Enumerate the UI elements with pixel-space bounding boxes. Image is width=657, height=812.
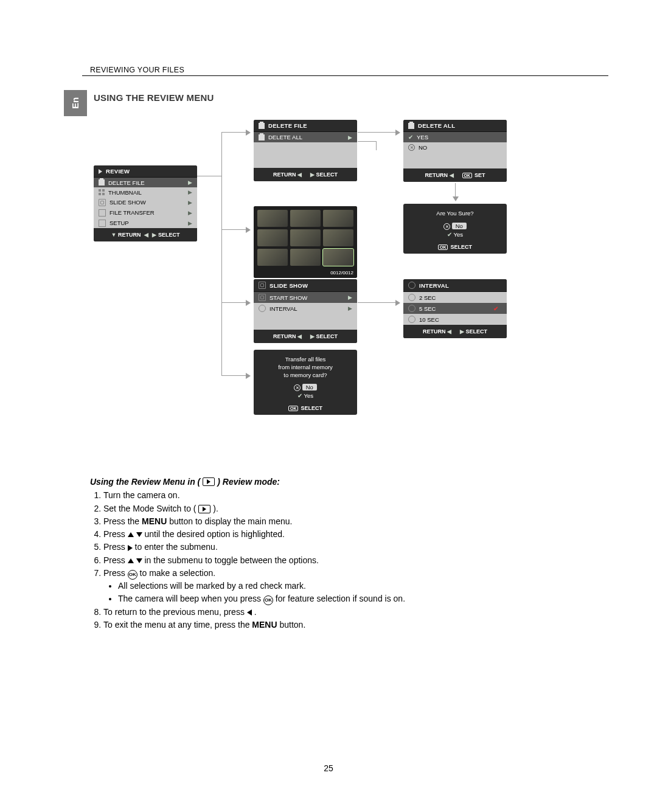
review-item-setup[interactable]: SETUP▶: [94, 218, 197, 228]
down-arrow-icon: [136, 532, 142, 537]
interval-footer: RETURN ◀ ▶ SELECT: [403, 325, 507, 338]
down-arrow-icon: [136, 558, 142, 563]
page-number: 25: [0, 763, 657, 773]
instructions-heading: Using the Review Menu in ( ) Review mode…: [90, 476, 602, 488]
thumb-cell[interactable]: [290, 229, 321, 246]
review-title: REVIEW: [94, 165, 197, 178]
review-mode-icon: [203, 477, 215, 486]
spacer: [403, 153, 507, 168]
interval-10sec[interactable]: 10 SEC: [403, 314, 507, 325]
clock-icon: [408, 316, 415, 323]
arrow-right-icon: [246, 130, 251, 136]
thumb-cell-selected[interactable]: [323, 249, 353, 266]
delete-file-title: DELETE FILE: [254, 120, 357, 132]
review-item-delete-file[interactable]: DELETE FILE▶: [94, 178, 197, 187]
connector: [358, 132, 395, 133]
thumb-cell[interactable]: [257, 229, 288, 246]
ok-button-icon: OK: [128, 570, 137, 580]
slideshow-icon: [99, 199, 106, 206]
thumbnail-counter: 0012/0012: [254, 269, 357, 278]
interval-5sec[interactable]: 5 SEC✔: [403, 303, 507, 314]
delete-file-item-delete-all[interactable]: DELETE ALL▶: [254, 132, 357, 142]
transfer-yes[interactable]: ✔ Yes: [254, 392, 357, 399]
connector: [221, 132, 246, 133]
delete-file-footer: RETURN ◀ ▶ SELECT: [254, 168, 357, 181]
confirm-footer: OKSELECT: [403, 241, 507, 254]
transfer-footer: OKSELECT: [254, 403, 357, 415]
thumb-cell[interactable]: [257, 249, 288, 266]
delete-all-footer: RETURN ◀ OKSET: [403, 168, 507, 182]
thumb-cell[interactable]: [290, 249, 321, 266]
left-arrow-icon: [247, 609, 252, 616]
screen-thumbnail: 0012/0012: [254, 206, 357, 278]
slideshow-icon: [259, 282, 266, 289]
spacer: [254, 314, 357, 330]
ok-button-icon: OK: [263, 595, 273, 605]
trash-icon: [408, 123, 414, 129]
trash-icon: [259, 134, 265, 141]
play-icon: [99, 169, 102, 174]
instructions: Using the Review Menu in ( ) Review mode…: [90, 476, 602, 632]
review-item-slideshow[interactable]: SLIDE SHOW▶: [94, 197, 197, 207]
delete-all-no[interactable]: ✕NO: [403, 142, 507, 153]
setup-icon: [99, 220, 106, 227]
confirm-no[interactable]: ✕ No: [403, 223, 507, 230]
slideshow-item-interval[interactable]: INTERVAL▶: [254, 303, 357, 314]
connector: [221, 132, 222, 375]
menu-diagram: REVIEW DELETE FILE▶ THUMBNAIL▶ SLIDE SHO…: [94, 120, 608, 436]
step-4: Press until the desired option is highli…: [103, 528, 602, 540]
step-7: Press OK to make a selection. All select…: [103, 567, 602, 605]
section-title: USING THE REVIEW MENU: [94, 92, 214, 103]
step-1: Turn the camera on.: [103, 489, 602, 501]
review-item-file-transfer[interactable]: FILE TRANSFER▶: [94, 207, 197, 218]
clock-icon: [408, 294, 415, 301]
thumb-cell[interactable]: [323, 229, 353, 246]
thumb-cell[interactable]: [290, 210, 321, 227]
step-7-bullet-2: The camera will beep when you press OK f…: [118, 592, 602, 605]
review-item-thumbnail[interactable]: THUMBNAIL▶: [94, 187, 197, 197]
review-mode-icon: [198, 505, 210, 513]
delete-all-yes[interactable]: ✔YES: [403, 132, 507, 142]
arrow-right-icon: [246, 227, 251, 233]
confirm-question: Are You Sure?: [403, 204, 507, 220]
delete-all-title: DELETE ALL: [403, 120, 507, 132]
header-rule: [82, 75, 608, 76]
connector: [197, 176, 221, 176]
interval-title: INTERVAL: [403, 279, 507, 292]
connector: [221, 302, 246, 303]
connector: [358, 141, 376, 142]
screen-confirm-delete: Are You Sure? ✕ No ✔ Yes OKSELECT: [403, 204, 507, 254]
transfer-question: Transfer all files from internal memory …: [254, 350, 357, 381]
thumb-cell[interactable]: [323, 210, 353, 227]
transfer-no[interactable]: ✕ No: [254, 384, 357, 391]
step-9: To exit the menu at any time, press the …: [103, 619, 602, 631]
connector: [376, 141, 377, 150]
step-6: Press in the submenu to toggle between t…: [103, 554, 602, 566]
trash-icon: [99, 179, 105, 186]
arrow-right-icon: [246, 373, 251, 379]
connector: [455, 183, 456, 198]
language-tab: En: [64, 90, 87, 116]
manual-page: REVIEWING YOUR FILES En USING THE REVIEW…: [0, 0, 657, 812]
arrow-right-icon: [246, 300, 251, 306]
thumb-cell[interactable]: [257, 210, 288, 227]
language-tab-label: En: [70, 97, 80, 109]
connector: [358, 302, 395, 303]
step-2: Set the Mode Switch to ( ).: [103, 502, 602, 515]
slideshow-item-start[interactable]: START SHOW▶: [254, 292, 357, 303]
interval-2sec[interactable]: 2 SEC: [403, 292, 507, 303]
connector: [221, 229, 246, 230]
trash-icon: [259, 123, 265, 129]
connector: [221, 375, 246, 376]
up-arrow-icon: [128, 532, 134, 537]
spacer: [254, 142, 357, 168]
grid-icon: [99, 189, 105, 195]
file-transfer-icon: [99, 209, 106, 217]
screen-transfer-confirm: Transfer all files from internal memory …: [254, 350, 357, 415]
screen-delete-file: DELETE FILE DELETE ALL▶ RETURN ◀ ▶ SELEC…: [254, 120, 357, 181]
confirm-yes[interactable]: ✔ Yes: [403, 231, 507, 238]
screen-slideshow: SLIDE SHOW START SHOW▶ INTERVAL▶ RETURN …: [254, 279, 357, 343]
thumbnail-grid[interactable]: [254, 206, 357, 269]
slideshow-footer: RETURN ◀ ▶ SELECT: [254, 330, 357, 343]
step-8: To return to the previous menu, press .: [103, 606, 602, 618]
